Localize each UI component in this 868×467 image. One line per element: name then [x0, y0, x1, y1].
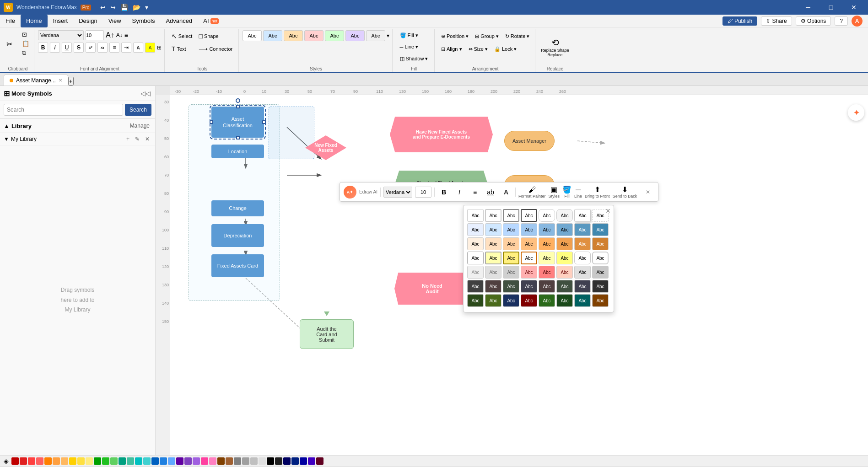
float-send-back-btn[interactable]: ⬇ Send to Back — [613, 185, 637, 199]
swatch-r5-4[interactable]: Abc — [521, 266, 537, 279]
color-picker-icon[interactable]: ◈ — [4, 457, 9, 465]
color-swatch-red1[interactable] — [11, 457, 19, 465]
font-select[interactable]: Verdana — [38, 30, 84, 40]
options-btn[interactable]: ⚙ Options — [796, 16, 831, 26]
swatch-r4-7[interactable]: Abc — [574, 252, 591, 264]
color-swatch-gray4[interactable] — [259, 457, 266, 465]
menu-file[interactable]: File — [0, 15, 21, 27]
italic-btn[interactable]: I — [50, 43, 60, 53]
format-painter-btn[interactable]: 🖌 Format Painter — [518, 186, 546, 199]
swatch-r6-1[interactable]: Abc — [467, 280, 484, 293]
position-btn[interactable]: ⊕Position ▾ — [438, 30, 471, 42]
swatch-r2-4[interactable]: Abc — [521, 223, 537, 236]
collapse-sidebar-btn[interactable]: ◁◁ — [140, 89, 151, 98]
swatch-r5-7[interactable]: Abc — [574, 266, 591, 279]
swatch-r3-6[interactable]: Abc — [556, 237, 573, 250]
swatch-r6-3[interactable]: Abc — [503, 280, 519, 293]
color-swatch-brown1[interactable] — [217, 457, 225, 465]
swatch-r1-6[interactable]: Abc — [556, 209, 573, 222]
color-swatch-blue2[interactable] — [160, 457, 167, 465]
swatch-r3-7[interactable]: Abc — [574, 237, 591, 250]
clone-btn[interactable]: ⧉ — [20, 48, 31, 58]
line-btn[interactable]: ─Line ▾ — [397, 42, 421, 52]
float-font-select[interactable]: Verdana — [383, 187, 412, 198]
style-swatch-6[interactable]: Abc — [366, 30, 385, 41]
menu-design[interactable]: Design — [73, 15, 102, 27]
swatch-r2-7[interactable]: Abc — [574, 223, 591, 236]
node-have-new-fixed-assets[interactable]: Have New Fixed Assetsand Prepare E-Docum… — [390, 117, 493, 152]
swatch-r7-2[interactable]: Abc — [485, 294, 501, 307]
color-swatch-pink1[interactable] — [201, 457, 208, 465]
color-swatch-navy[interactable] — [300, 457, 307, 465]
size-btn[interactable]: ⇔Size ▾ — [466, 43, 491, 55]
node-asset-classification[interactable]: AssetClassification — [211, 107, 264, 138]
swatch-r5-8[interactable]: Abc — [592, 266, 609, 279]
connector-tool-btn[interactable]: ⟶ Connector — [196, 43, 235, 55]
swatch-r2-8[interactable]: Abc — [592, 223, 609, 236]
color-swatch-gray1[interactable] — [234, 457, 241, 465]
float-align-btn[interactable]: ≡ — [469, 186, 481, 199]
swatch-r2-5[interactable]: Abc — [539, 223, 555, 236]
fill-btn[interactable]: 🪣Fill ▾ — [397, 30, 421, 41]
canvas-container[interactable]: -30 -20 -10 0 10 30 50 70 90 110 130 150… — [156, 86, 868, 455]
swatch-r1-3[interactable]: Abc — [503, 209, 519, 222]
color-swatch-orange2[interactable] — [53, 457, 60, 465]
copy-btn[interactable]: ⊡ — [20, 30, 31, 39]
color-swatch-cyan1[interactable] — [135, 457, 142, 465]
add-tab-btn[interactable]: + — [68, 77, 74, 86]
tab-close-btn[interactable]: ✕ — [59, 78, 62, 83]
color-swatch-brown2[interactable] — [226, 457, 233, 465]
style-swatch-0[interactable]: Abc — [243, 30, 262, 41]
highlight-btn[interactable]: A — [145, 43, 155, 53]
close-btn[interactable]: ✕ — [843, 0, 864, 15]
minimize-btn[interactable]: ─ — [798, 0, 819, 15]
swatch-r7-4[interactable]: Abc — [521, 294, 537, 307]
swatch-r7-1[interactable]: Abc — [467, 294, 484, 307]
float-bold-btn[interactable]: B — [437, 186, 450, 199]
color-swatch-darkgray[interactable] — [275, 457, 282, 465]
color-swatch-indigo[interactable] — [308, 457, 315, 465]
float-underline-btn[interactable]: ab — [484, 186, 497, 199]
menu-advanced[interactable]: Advanced — [160, 15, 198, 27]
replace-shape-btn[interactable]: ⟲ Replace Shape Replace — [539, 36, 571, 59]
swatch-r1-2[interactable]: Abc — [485, 209, 501, 222]
shape-tool-btn[interactable]: □ Shape — [196, 30, 235, 42]
style-swatch-5[interactable]: Abc — [345, 30, 365, 41]
float-styles-btn[interactable]: ▣ Styles — [549, 185, 560, 199]
share-btn[interactable]: ⇧ Share — [761, 16, 792, 26]
popup-close-btn[interactable]: ✕ — [605, 207, 611, 215]
color-swatch-red2[interactable] — [20, 457, 27, 465]
lock-btn[interactable]: 🔒Lock ▾ — [491, 43, 519, 55]
color-swatch-pink2[interactable] — [209, 457, 216, 465]
swatch-r5-6[interactable]: Abc — [556, 266, 573, 279]
decrease-font-btn[interactable]: A↓ — [116, 32, 123, 38]
node-no-need-audit[interactable]: No NeedAudit — [394, 273, 470, 305]
expand-font-btn[interactable]: ⊞ — [157, 44, 162, 51]
swatch-r1-5[interactable]: Abc — [539, 209, 555, 222]
node-audit-card-submit[interactable]: Audit theCard andSubmit — [300, 319, 354, 349]
handle-right[interactable] — [262, 120, 266, 124]
swatch-r3-5[interactable]: Abc — [539, 237, 555, 250]
float-fill-btn[interactable]: 🪣 Fill — [562, 185, 571, 199]
paste-btn[interactable]: 📋 — [20, 39, 31, 48]
rotate-handle[interactable] — [236, 98, 240, 103]
align-btn[interactable]: ≡ — [124, 32, 128, 39]
my-library-close-btn[interactable]: ✕ — [143, 135, 151, 143]
swatch-r6-8[interactable]: Abc — [592, 280, 609, 293]
swatch-r5-3[interactable]: Abc — [503, 266, 519, 279]
node-depreciation[interactable]: Depreciation — [211, 224, 264, 247]
swatch-r6-6[interactable]: Abc — [556, 280, 573, 293]
styles-expand-btn[interactable]: ▾ — [387, 32, 389, 39]
swatch-r7-7[interactable]: Abc — [574, 294, 591, 307]
swatch-r2-2[interactable]: Abc — [485, 223, 501, 236]
my-library-toggle[interactable]: ▼ My Library — [4, 136, 37, 142]
super-btn[interactable]: x² — [86, 43, 96, 53]
my-library-add-btn[interactable]: + — [124, 135, 131, 143]
color-swatch-purple2[interactable] — [184, 457, 192, 465]
swatch-r7-3[interactable]: Abc — [503, 294, 519, 307]
color-swatch-maroon[interactable] — [316, 457, 323, 465]
color-swatch-cyan2[interactable] — [143, 457, 151, 465]
open-icon[interactable]: 📂 — [131, 4, 142, 11]
color-swatch-purple1[interactable] — [176, 457, 183, 465]
swatch-r2-3[interactable]: Abc — [503, 223, 519, 236]
